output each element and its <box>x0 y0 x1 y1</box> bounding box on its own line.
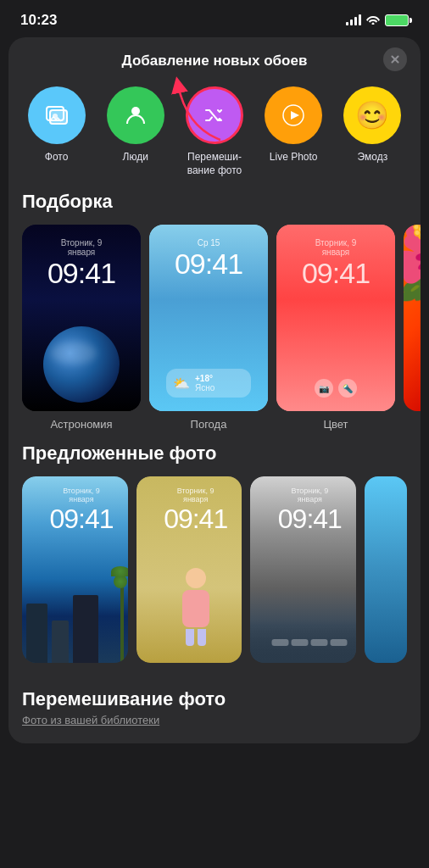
astronomy-time-label: Вторник, 9 января 09:41 <box>47 238 115 290</box>
shuffle-section: Перемешивание фото Фото из вашей библиот… <box>8 675 421 726</box>
close-button[interactable] <box>383 47 407 71</box>
earth-globe <box>43 326 120 403</box>
suggested-sea-card[interactable]: Вторник, 9 января 09:41 <box>250 476 356 663</box>
suggested-city-card[interactable]: Вторник, 9 января 09:41 <box>22 476 128 663</box>
color-card[interactable]: Вторник, 9 января 09:41 📷 🔦 Цвет <box>276 225 395 431</box>
color-label: Цвет <box>276 411 395 431</box>
featured-section: Подборка Вторник, 9 января 09:41 Астроно… <box>8 191 421 442</box>
category-shuffle[interactable]: Перемеши-вание фото <box>181 86 248 177</box>
suggested-child-card[interactable]: Вторник, 9 января 09:41 <box>136 476 242 663</box>
category-people[interactable]: Люди <box>102 86 170 177</box>
weather-label: Погода <box>149 411 268 431</box>
modal-header: Добавление новых обоев <box>8 37 421 81</box>
status-bar: 10:23 <box>0 0 429 37</box>
featured-title: Подборка <box>22 191 407 213</box>
partial-label <box>404 411 421 418</box>
astronomy-label: Астрономия <box>22 411 141 431</box>
shuffle-section-title: Перемешивание фото <box>22 688 407 710</box>
people-label: Люди <box>123 151 148 164</box>
suggested-title: Предложенные фото <box>22 442 407 465</box>
shuffle-circle <box>186 86 243 144</box>
partial-card[interactable]: 🌺 <box>404 225 421 431</box>
status-icons <box>346 14 409 27</box>
livephoto-circle <box>265 86 322 144</box>
emoji-icon: 😊 <box>355 99 389 131</box>
emoji-label: Эмодз <box>358 151 388 164</box>
featured-cards-row: Вторник, 9 января 09:41 Астрономия Ср 15… <box>22 225 407 431</box>
svg-point-3 <box>131 107 140 115</box>
astronomy-day: Вторник, 9 января <box>47 238 115 257</box>
shuffle-label: Перемеши-вание фото <box>187 151 242 177</box>
categories-row: Фото Люди Перемеши-вание фото <box>8 81 421 191</box>
livephoto-label: Live Photo <box>270 151 318 164</box>
svg-marker-5 <box>291 111 299 120</box>
category-emoji[interactable]: 😊 Эмодз <box>338 86 406 177</box>
category-photos[interactable]: Фото <box>23 86 91 177</box>
color-screen: Вторник, 9 января 09:41 📷 🔦 <box>276 225 395 411</box>
signal-icon <box>346 15 361 25</box>
suggested-partial-card[interactable] <box>365 476 407 663</box>
shuffle-icon <box>201 102 228 129</box>
weather-card[interactable]: Ср 15 09:41 ⛅ +18° Ясно Погода <box>149 225 268 431</box>
suggested-section: Предложенные фото <box>8 442 421 675</box>
shuffle-section-subtitle: Фото из вашей библиотеки <box>22 714 407 726</box>
people-icon <box>122 102 149 129</box>
wifi-icon <box>366 14 380 27</box>
modal-title: Добавление новых обоев <box>122 53 308 70</box>
astronomy-screen: Вторник, 9 января 09:41 <box>22 225 141 411</box>
battery-icon <box>385 14 409 26</box>
suggested-cards-row: Вторник, 9 января 09:41 <box>22 476 407 663</box>
category-livephoto[interactable]: Live Photo <box>259 86 327 177</box>
photos-circle <box>28 86 86 144</box>
photos-icon <box>43 102 70 129</box>
status-time: 10:23 <box>20 12 57 29</box>
suggested-child-screen: Вторник, 9 января 09:41 <box>136 476 242 663</box>
people-circle <box>107 86 164 144</box>
suggested-sea-screen: Вторник, 9 января 09:41 <box>250 476 356 663</box>
shuffle-subtitle-underline: Фото из вашей библиотеки <box>22 714 159 726</box>
weather-screen: Ср 15 09:41 ⛅ +18° Ясно <box>149 225 268 411</box>
suggested-city-screen: Вторник, 9 января 09:41 <box>22 476 128 663</box>
livephoto-icon <box>280 102 307 129</box>
emoji-circle: 😊 <box>343 86 401 144</box>
add-wallpaper-modal: Добавление новых обоев Фото <box>8 37 421 743</box>
photos-label: Фото <box>45 151 69 164</box>
astronomy-card[interactable]: Вторник, 9 января 09:41 Астрономия <box>22 225 141 431</box>
astronomy-time: 09:41 <box>47 257 115 290</box>
